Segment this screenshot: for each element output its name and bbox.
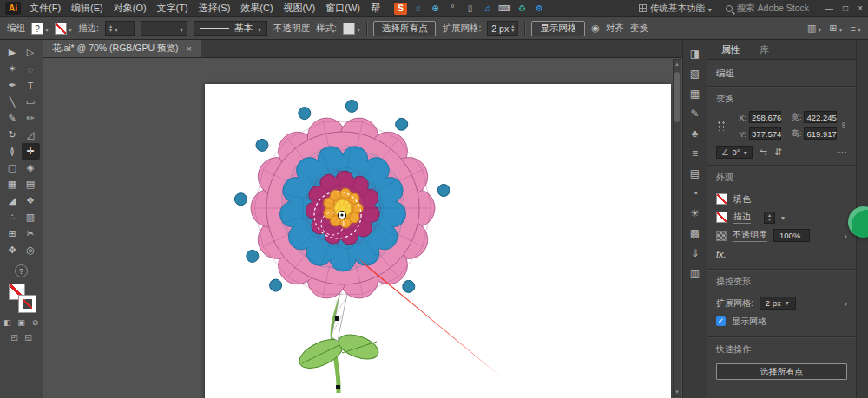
lasso-tool[interactable]: ◌ bbox=[22, 61, 40, 77]
pencil-tool[interactable]: ✏ bbox=[22, 110, 40, 127]
align-label[interactable]: 对齐 bbox=[606, 23, 624, 35]
free-transform-tool[interactable]: ▢ bbox=[3, 160, 22, 176]
scale-tool[interactable]: ◿ bbox=[22, 127, 40, 143]
scrollbar-thumb[interactable] bbox=[674, 72, 680, 122]
rotation-angle-select[interactable]: 0° bbox=[716, 146, 753, 159]
fx-button[interactable]: fx. bbox=[716, 249, 727, 259]
expand-mesh-chevron-icon[interactable] bbox=[844, 298, 847, 309]
appearance-panel-icon[interactable]: ☀ bbox=[690, 208, 700, 219]
transparency-panel-icon[interactable]: ◔ bbox=[692, 188, 698, 199]
flip-vertical-icon[interactable] bbox=[774, 147, 782, 158]
zoom-icon[interactable]: ⊕ bbox=[429, 3, 442, 15]
brushes-panel-icon[interactable]: ✎ bbox=[690, 108, 699, 120]
menu-item[interactable]: 选择(S) bbox=[194, 2, 236, 15]
width-profile-select[interactable] bbox=[141, 21, 187, 36]
blend-tool[interactable]: ❖ bbox=[22, 192, 40, 209]
constrain-proportions-icon[interactable] bbox=[841, 121, 847, 130]
symbol-sprayer-tool[interactable]: ∴ bbox=[3, 209, 22, 225]
menu-item[interactable]: 效果(C) bbox=[235, 2, 278, 15]
stepper-arrows-icon[interactable] bbox=[109, 24, 112, 33]
stroke-weight-stepper[interactable] bbox=[105, 21, 135, 36]
vertical-scrollbar[interactable] bbox=[673, 59, 681, 397]
app-logo[interactable]: Ai bbox=[5, 2, 21, 15]
transform-label[interactable]: 变换 bbox=[630, 23, 648, 35]
flip-horizontal-icon[interactable] bbox=[760, 147, 767, 158]
stroke-weight-stepper-panel[interactable] bbox=[764, 212, 775, 224]
stroke-swatch[interactable] bbox=[19, 296, 36, 312]
menu-item[interactable]: 编辑(E) bbox=[66, 2, 108, 15]
x-field[interactable]: 298.676 bbox=[749, 111, 781, 123]
canvas[interactable] bbox=[43, 58, 682, 398]
device-icon[interactable]: ▯ bbox=[464, 3, 477, 15]
restore-icon[interactable]: □ bbox=[843, 3, 848, 13]
show-mesh-button[interactable]: 显示网格 bbox=[531, 21, 585, 36]
menu-item[interactable]: 帮 bbox=[365, 2, 385, 15]
type-tool[interactable]: T bbox=[22, 77, 40, 94]
opacity-label[interactable]: 不透明度 bbox=[273, 23, 310, 35]
opacity-value[interactable]: 100% bbox=[773, 229, 810, 242]
height-field[interactable]: 619.917 bbox=[804, 127, 836, 140]
brush-definition-select[interactable]: 基本 bbox=[194, 21, 267, 36]
stock-badge-icon[interactable]: S bbox=[394, 3, 407, 15]
workspace-switcher[interactable]: 传统基本功能 bbox=[639, 3, 712, 15]
screen-mode-icon[interactable]: ◱ bbox=[23, 333, 33, 342]
gradient-tool[interactable]: ▤ bbox=[22, 176, 40, 192]
magic-wand-tool[interactable]: ✶ bbox=[3, 61, 22, 77]
tab-properties[interactable]: 属性 bbox=[721, 43, 740, 56]
shape-builder-tool[interactable]: ◈ bbox=[22, 160, 40, 176]
menu-item[interactable]: 文件(F) bbox=[24, 2, 66, 15]
sync-icon[interactable]: ◉ bbox=[591, 23, 600, 34]
close-icon[interactable]: × bbox=[858, 3, 863, 13]
eyedropper-tool[interactable]: ◢ bbox=[3, 192, 22, 209]
expand-mesh-stepper[interactable]: 2 px bbox=[487, 21, 518, 36]
keyboard-icon[interactable]: ⌨ bbox=[498, 3, 511, 15]
symbols-panel-icon[interactable]: ♣ bbox=[692, 128, 699, 140]
artboard[interactable] bbox=[205, 84, 671, 398]
puppet-warp-tool[interactable]: ✛ bbox=[22, 143, 40, 160]
paintbrush-tool[interactable]: ✎ bbox=[3, 110, 22, 127]
align-panel-icon[interactable]: ▥ bbox=[807, 23, 821, 34]
flower-artwork[interactable] bbox=[205, 84, 671, 398]
rectangle-tool[interactable]: ▭ bbox=[22, 94, 40, 110]
color-panel-icon[interactable]: ◨ bbox=[690, 49, 700, 60]
stock-search[interactable]: 搜索 Adobe Stock bbox=[726, 3, 809, 15]
style-select[interactable] bbox=[343, 23, 360, 35]
mesh-tool[interactable]: ▦ bbox=[3, 176, 22, 192]
stepper-arrows-icon[interactable] bbox=[511, 24, 514, 33]
degree-icon[interactable]: ° bbox=[446, 3, 459, 15]
opacity-chevron-icon[interactable] bbox=[844, 231, 847, 241]
none-mode-icon[interactable]: ⊘ bbox=[30, 318, 40, 327]
gradient-panel-icon[interactable]: ▤ bbox=[690, 168, 700, 179]
hand-tool[interactable]: ✥ bbox=[3, 242, 22, 258]
show-mesh-checkbox[interactable] bbox=[716, 316, 726, 326]
direct-selection-tool[interactable]: ▷ bbox=[22, 44, 40, 61]
stroke-link[interactable]: 描边 bbox=[733, 211, 751, 224]
more-options-icon[interactable] bbox=[838, 147, 847, 158]
layers-panel-icon[interactable]: ▥ bbox=[690, 268, 700, 279]
asset-export-panel-icon[interactable]: ⇓ bbox=[690, 248, 699, 259]
share-icon[interactable]: ♻ bbox=[516, 3, 529, 15]
zoom-tool[interactable]: ◎ bbox=[22, 242, 40, 258]
menu-item[interactable]: 视图(V) bbox=[279, 2, 321, 15]
minimize-icon[interactable]: — bbox=[825, 3, 833, 13]
tab-close-icon[interactable]: × bbox=[186, 43, 191, 54]
document-tab[interactable]: 花.ai* @ 70% (RGB/GPU 预览) × bbox=[43, 40, 201, 57]
expand-mesh-select[interactable]: 2 px bbox=[760, 297, 796, 310]
stepper-arrows-icon[interactable] bbox=[768, 213, 771, 222]
touch-icon[interactable]: ☝ bbox=[411, 3, 424, 15]
help-icon[interactable]: ? bbox=[15, 264, 28, 277]
panel-menu-icon[interactable]: ≡ bbox=[851, 23, 861, 34]
reference-point-selector[interactable] bbox=[716, 120, 727, 131]
rotate-tool[interactable]: ↻ bbox=[3, 127, 22, 143]
wrench-icon[interactable]: ⚙ bbox=[533, 3, 546, 15]
slice-tool[interactable]: ✂ bbox=[22, 225, 40, 242]
opacity-link[interactable]: 不透明度 bbox=[733, 229, 767, 242]
graphic-styles-panel-icon[interactable]: ▩ bbox=[690, 228, 700, 239]
microphone-icon[interactable]: ♫ bbox=[481, 3, 494, 15]
artboard-tool[interactable]: ⊞ bbox=[3, 225, 22, 242]
gradient-mode-icon[interactable]: ▣ bbox=[16, 318, 26, 327]
width-field[interactable]: 422.245 bbox=[804, 111, 836, 123]
menu-item[interactable]: 文字(T) bbox=[152, 2, 194, 15]
width-tool[interactable]: ≬ bbox=[3, 143, 22, 160]
stroke-color-swatch[interactable] bbox=[716, 212, 727, 223]
